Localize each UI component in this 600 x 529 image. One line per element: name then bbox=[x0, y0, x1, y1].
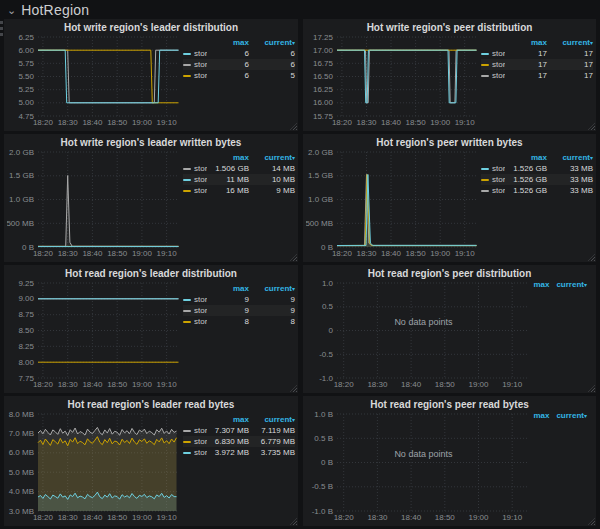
x-tick-label: 18:20 bbox=[33, 513, 54, 522]
no-data-message: No data points bbox=[394, 449, 453, 459]
chart-plot-area[interactable]: 7.758.008.258.508.759.009.2518:2018:3018… bbox=[7, 280, 183, 389]
legend-sort-max[interactable]: max bbox=[505, 38, 547, 47]
legend-sort-current[interactable]: current▾ bbox=[249, 284, 295, 293]
legend-series-toggle[interactable]: store_1 bbox=[183, 60, 207, 69]
legend-row: store_416 MB9 MB bbox=[183, 185, 295, 196]
legend-series-toggle[interactable]: store_4 bbox=[481, 60, 505, 69]
x-tick-label: 18:20 bbox=[33, 249, 54, 258]
legend-sort-max[interactable]: max bbox=[505, 153, 547, 162]
x-tick-label: 19:00 bbox=[132, 380, 153, 389]
chevron-down-icon: ⌄ bbox=[7, 5, 16, 15]
chart-plot-area[interactable]: 15.7516.0016.2516.5016.7517.0017.2518:20… bbox=[306, 34, 481, 127]
legend-series-toggle[interactable]: store_5 bbox=[481, 49, 505, 58]
chart-plot-area[interactable]: 3.0 MB4.0 MB5.0 MB6.0 MB7.0 MB8.0 MB18:2… bbox=[7, 411, 183, 522]
legend-series-toggle[interactable]: store_4 bbox=[183, 71, 207, 80]
panel-title[interactable]: Hot read region's peer distribution bbox=[306, 267, 593, 280]
legend-current-value: 6 bbox=[249, 49, 295, 58]
legend-series-name: store_4 bbox=[492, 60, 505, 69]
legend-row: store_17.307 MB7.119 MB bbox=[183, 425, 295, 436]
legend-sort-current[interactable]: current▾ bbox=[249, 38, 295, 47]
legend-sort-max[interactable]: max bbox=[207, 38, 249, 47]
x-tick-label: 18:20 bbox=[33, 118, 54, 127]
legend-sort-current[interactable]: current▾ bbox=[249, 153, 295, 162]
legend-series-toggle[interactable]: store_1 bbox=[183, 426, 207, 435]
panel-title[interactable]: Hot write region's leader written bytes bbox=[7, 136, 295, 149]
y-tick-label: 16.75 bbox=[313, 59, 334, 68]
legend-sort-current[interactable]: current▾ bbox=[547, 153, 593, 162]
sort-caret-icon: ▾ bbox=[292, 417, 295, 423]
legend-row: store_199 bbox=[183, 305, 295, 316]
chart-plot-area[interactable]: 0 B500 MB1.0 GB1.5 GB2.0 GB18:2018:3018:… bbox=[7, 149, 183, 258]
series-fill-store_1 bbox=[337, 175, 477, 248]
panel-title[interactable]: Hot read region's leader read bytes bbox=[7, 398, 295, 411]
legend-series-toggle[interactable]: store_5 bbox=[183, 49, 207, 58]
x-tick-label: 18:40 bbox=[381, 249, 402, 258]
panel-title[interactable]: Hot read region's peer read bytes bbox=[306, 398, 593, 411]
chart-plot-area[interactable]: -1.0-0.500.51.018:2018:3018:4018:5019:00… bbox=[306, 280, 533, 389]
legend-sort-current[interactable]: current▾ bbox=[556, 411, 587, 420]
x-tick-label: 19:00 bbox=[132, 118, 153, 127]
legend-series-toggle[interactable]: store_1 bbox=[183, 164, 207, 173]
legend-max-value: 9 bbox=[207, 306, 249, 315]
row-title: HotRegion bbox=[21, 2, 89, 18]
x-tick-label: 19:10 bbox=[455, 118, 476, 127]
legend-max-value: 7.307 MB bbox=[207, 426, 249, 435]
legend-sort-max[interactable]: max bbox=[533, 411, 549, 420]
dashboard-grid: Hot write region's leader distribution4.… bbox=[0, 19, 600, 526]
legend-current-value: 3.735 MB bbox=[249, 448, 295, 457]
legend-series-toggle[interactable]: store_1 bbox=[183, 306, 207, 315]
legend-sort-current[interactable]: current▾ bbox=[249, 415, 295, 424]
series-color-swatch bbox=[183, 299, 191, 301]
y-tick-label: 9.25 bbox=[18, 280, 34, 288]
legend-sort-current[interactable]: current▾ bbox=[556, 280, 587, 289]
x-tick-label: 19:10 bbox=[157, 249, 178, 258]
panel-title[interactable]: Hot region's peer written bytes bbox=[306, 136, 593, 149]
chart-plot-area[interactable]: 4.755.005.255.505.756.006.2518:2018:3018… bbox=[7, 34, 183, 127]
legend-series-name: store_1 bbox=[194, 60, 207, 69]
x-tick-label: 18:30 bbox=[58, 249, 79, 258]
legend-series-toggle[interactable]: store_4 bbox=[183, 317, 207, 326]
legend-series-toggle[interactable]: store_5 bbox=[183, 295, 207, 304]
y-tick-label: 17.00 bbox=[313, 46, 334, 55]
x-tick-label: 19:00 bbox=[430, 118, 451, 127]
legend-series-toggle[interactable]: store_1 bbox=[481, 186, 505, 195]
y-tick-label: 1.0 GB bbox=[308, 195, 333, 204]
legend-series-toggle[interactable]: store_4 bbox=[183, 437, 207, 446]
legend-row: store_11717 bbox=[481, 70, 593, 81]
legend-series-toggle[interactable]: store_4 bbox=[481, 175, 505, 184]
series-color-swatch bbox=[183, 168, 191, 170]
legend-series-toggle[interactable]: store_5 bbox=[183, 448, 207, 457]
y-tick-label: 9.00 bbox=[18, 294, 34, 303]
legend-sort-max[interactable]: max bbox=[207, 284, 249, 293]
legend-sort-max[interactable]: max bbox=[207, 153, 249, 162]
legend-current-value: 17 bbox=[547, 49, 593, 58]
row-drag-handle[interactable] bbox=[0, 21, 3, 36]
chart-plot-area[interactable]: 0 B500 MB1.0 GB1.5 GB2.0 GB18:2018:3018:… bbox=[306, 149, 481, 258]
panel-title[interactable]: Hot write region's leader distribution bbox=[7, 21, 295, 34]
chart-plot-area[interactable]: -1.0 B-0.5 B0 B0.5 B1.0 B18:2018:3018:40… bbox=[306, 411, 533, 522]
row-header-hotregion[interactable]: ⌄ HotRegion bbox=[0, 0, 600, 19]
y-tick-label: 0.5 bbox=[322, 302, 334, 311]
legend-table: maxcurrent▾store_599store_199store_488 bbox=[183, 280, 295, 389]
legend-current-value: 33 MB bbox=[547, 175, 593, 184]
legend-series-toggle[interactable]: store_5 bbox=[481, 164, 505, 173]
legend-row: store_511 MB10 MB bbox=[183, 174, 295, 185]
legend-header: maxcurrent▾ bbox=[183, 283, 295, 294]
legend-header: maxcurrent▾ bbox=[183, 414, 295, 425]
legend-series-name: store_4 bbox=[194, 437, 207, 446]
legend-series-toggle[interactable]: store_4 bbox=[183, 186, 207, 195]
legend-series-name: store_4 bbox=[194, 317, 207, 326]
panel-title[interactable]: Hot write region's peer distribution bbox=[306, 21, 593, 34]
legend-series-toggle[interactable]: store_1 bbox=[481, 71, 505, 80]
series-line-store_5 bbox=[337, 175, 477, 246]
legend-row: store_465 bbox=[183, 70, 295, 81]
legend-sort-max[interactable]: max bbox=[207, 415, 249, 424]
legend-series-toggle[interactable]: store_5 bbox=[183, 175, 207, 184]
legend-table: maxcurrent▾store_51717store_41717store_1… bbox=[481, 34, 593, 127]
legend-sort-max[interactable]: max bbox=[533, 280, 549, 289]
series-color-swatch bbox=[481, 168, 489, 170]
legend-sort-current[interactable]: current▾ bbox=[547, 38, 593, 47]
series-color-swatch bbox=[183, 441, 191, 443]
y-tick-label: 1.5 GB bbox=[308, 171, 333, 180]
panel-title[interactable]: Hot read region's leader distribution bbox=[7, 267, 295, 280]
